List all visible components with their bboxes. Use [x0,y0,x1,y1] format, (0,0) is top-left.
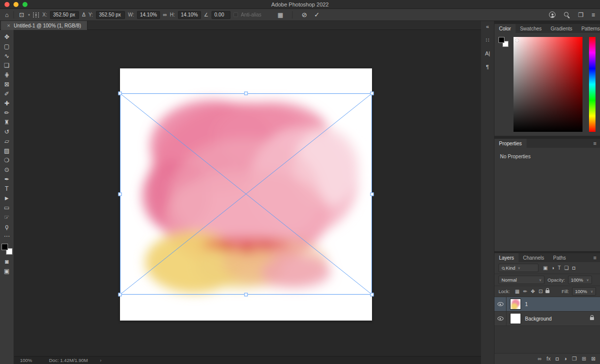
collapse-panels-icon[interactable]: « [486,24,489,29]
path-selection-tool[interactable]: ► [1,193,13,203]
rectangular-marquee-tool[interactable]: ▢ [1,41,13,51]
color-picker-marker[interactable] [516,39,518,42]
transform-handle-top-middle[interactable] [244,92,248,95]
eye-icon[interactable] [498,302,504,306]
pen-tool[interactable]: ✒ [1,174,13,184]
layer-row-background[interactable]: Background [494,312,600,326]
transform-handle-middle-left[interactable] [118,192,122,196]
character-panel-icon[interactable]: A| [485,51,490,56]
transform-handle-top-left[interactable] [118,92,122,95]
foreground-color-swatch[interactable] [498,37,504,43]
eye-icon[interactable] [498,317,504,321]
link-dimensions-icon[interactable]: ∞ [163,12,167,17]
quick-mask-button[interactable]: ◙ [1,257,13,266]
x-input[interactable]: 352.50 px [50,11,79,19]
foreground-color-swatch[interactable] [2,244,8,250]
brushes-panel-icon[interactable]: ∷ [486,37,490,43]
lock-image-pixels-icon[interactable]: ✏ [523,289,527,294]
layer-thumbnail[interactable] [510,313,521,324]
transform-handle-top-right[interactable] [370,92,374,95]
zoom-tool[interactable]: ϙ [1,222,13,231]
minimize-window-button[interactable] [14,2,18,7]
blur-tool[interactable]: ❍ [1,155,13,165]
zoom-window-button[interactable] [22,2,28,7]
eyedropper-tool[interactable]: ✐ [1,89,13,98]
type-tool[interactable]: T [1,184,13,193]
tab-color[interactable]: Color [494,24,516,33]
tab-patterns[interactable]: Patterns [577,24,600,33]
panel-menu-icon[interactable]: ≡ [590,253,600,262]
object-selection-tool[interactable]: ❏ [1,60,13,70]
free-transform-box[interactable] [120,93,372,295]
tab-gradients[interactable]: Gradients [546,24,576,33]
relative-position-icon[interactable]: Δ [82,12,86,17]
layer-group-icon[interactable]: ❒ [572,356,576,362]
transform-tool-icon[interactable]: ⊡ [19,12,24,18]
paragraph-panel-icon[interactable]: ¶ [486,64,489,70]
lock-position-icon[interactable]: ✥ [531,289,535,294]
layer-name[interactable]: 1 [525,302,528,307]
blend-mode-dropdown[interactable]: Normal ∨ [498,276,544,284]
move-tool[interactable]: ✥ [1,32,13,41]
layer-mask-icon[interactable]: ◘ [556,356,558,362]
tab-properties[interactable]: Properties [494,139,526,148]
lasso-tool[interactable]: ∿ [1,51,13,60]
document-tab[interactable]: × Untitled-1 @ 100% (1, RGB/8) [1,21,88,30]
transform-handle-bottom-right[interactable] [370,293,374,297]
angle-input[interactable]: 0.00 [212,11,230,19]
search-icon[interactable] [564,11,570,18]
lock-all-icon[interactable] [546,290,550,293]
hue-slider[interactable] [589,37,596,132]
commit-transform-button[interactable]: ✓ [314,11,320,18]
workspace-icon[interactable]: ❐ [578,12,584,18]
menu-icon[interactable]: ≡ [592,12,595,18]
cancel-transform-button[interactable]: ⊘ [302,11,307,18]
transform-handle-bottom-middle[interactable] [244,293,248,297]
account-icon[interactable] [549,11,556,18]
healing-brush-tool[interactable]: ✚ [1,98,13,108]
new-layer-icon[interactable]: ⊞ [582,356,586,362]
frame-tool[interactable]: ⊠ [1,79,13,89]
tab-channels[interactable]: Channels [518,253,548,262]
lock-artboard-icon[interactable]: ⊡ [538,289,542,294]
kind-filter-dropdown[interactable]: ϙ Kind ∨ [498,264,538,272]
lock-transparent-pixels-icon[interactable]: ▦ [515,289,520,294]
transform-handle-middle-right[interactable] [370,192,374,196]
warp-mode-icon[interactable]: ▦ [278,12,283,18]
y-input[interactable]: 352.50 px [96,11,125,19]
width-input[interactable]: 14.10% [137,11,160,19]
gradient-tool[interactable]: ▨ [1,146,13,155]
adjustment-layer-icon[interactable]: ◑ [564,356,567,362]
antialias-checkbox[interactable] [234,12,238,17]
height-input[interactable]: 14.10% [178,11,201,19]
opacity-input[interactable]: 100% ∨ [568,276,592,284]
saturation-square[interactable] [514,37,582,132]
brush-tool[interactable]: ✏ [1,108,13,117]
reference-point-grid[interactable] [33,12,40,17]
delete-layer-icon[interactable]: ⊠ [591,356,596,362]
layer-row-1[interactable]: 1 [494,297,600,312]
filter-shape-layers-icon[interactable]: ❏ [564,266,569,271]
layer-thumbnail[interactable] [510,299,521,310]
transform-handle-bottom-left[interactable] [118,293,122,297]
layer-name[interactable]: Background [525,316,552,322]
filter-pixel-layers-icon[interactable]: ▣ [543,266,548,271]
close-window-button[interactable] [4,2,10,7]
visibility-cell[interactable] [494,297,506,311]
clone-stamp-tool[interactable]: ♜ [1,117,13,127]
hand-tool[interactable]: ☞ [1,212,13,222]
filter-adjustment-layers-icon[interactable]: ◑ [551,266,554,271]
tab-paths[interactable]: Paths [548,253,570,262]
home-icon[interactable]: ⌂ [5,12,8,18]
status-options-chevron[interactable]: › [100,358,102,363]
close-tab-icon[interactable]: × [7,22,10,28]
panel-menu-icon[interactable]: ≡ [590,139,600,148]
tab-swatches[interactable]: Swatches [516,24,546,33]
eraser-tool[interactable]: ▱ [1,136,13,146]
screen-mode-button[interactable]: ▣ [1,266,13,276]
filter-smart-objects-icon[interactable]: ◘ [572,266,576,271]
history-brush-tool[interactable]: ↺ [1,127,13,136]
edit-toolbar-icon[interactable]: ⋯ [1,231,13,241]
rectangle-tool[interactable]: ▭ [1,203,13,212]
crop-tool[interactable]: ⋕ [1,70,13,79]
